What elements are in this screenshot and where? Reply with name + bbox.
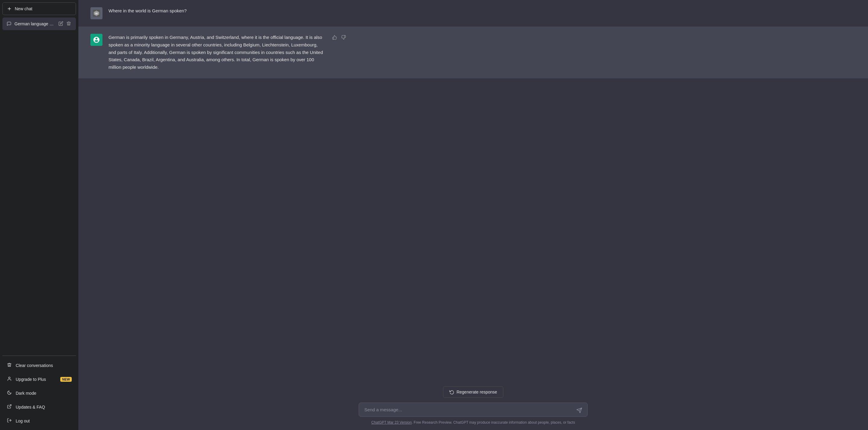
- svg-line-1: [9, 405, 11, 407]
- regenerate-label: Regenerate response: [457, 390, 497, 394]
- disclaimer: ChatGPT Mar 23 Version. Free Research Pr…: [371, 420, 575, 428]
- sidebar: New chat German language worl: [0, 0, 79, 430]
- regenerate-button[interactable]: Regenerate response: [443, 386, 504, 398]
- input-area: Regenerate response ChatGPT Mar 23 Versi…: [79, 381, 868, 430]
- thumbs-down-button[interactable]: [341, 34, 347, 41]
- updates-faq-button[interactable]: Updates & FAQ: [2, 400, 76, 414]
- chat-list: German language worl: [2, 18, 76, 352]
- clear-conversations-label: Clear conversations: [16, 363, 53, 368]
- logout-icon: [7, 418, 12, 424]
- chat-item-label: German language worl: [14, 21, 55, 26]
- user-icon: [7, 376, 12, 382]
- svg-rect-4: [95, 13, 98, 15]
- chat-item[interactable]: German language worl: [2, 18, 76, 30]
- updates-faq-label: Updates & FAQ: [16, 405, 45, 409]
- assistant-message-row: German is primarily spoken in Germany, A…: [79, 27, 868, 78]
- dark-mode-button[interactable]: Dark mode: [2, 386, 76, 400]
- assistant-message-content: German is primarily spoken in Germany, A…: [108, 34, 326, 71]
- new-chat-button[interactable]: New chat: [2, 2, 76, 15]
- sidebar-divider: [2, 355, 76, 356]
- messages-area: Where in the world is German spoken? Ger…: [79, 0, 868, 381]
- upgrade-to-plus-label: Upgrade to Plus: [16, 377, 46, 382]
- message-actions: [332, 34, 347, 71]
- disclaimer-text: . Free Research Preview. ChatGPT may pro…: [412, 420, 575, 425]
- moon-icon: [7, 390, 12, 396]
- chat-icon: [7, 21, 11, 26]
- clear-conversations-button[interactable]: Clear conversations: [2, 359, 76, 372]
- log-out-label: Log out: [16, 419, 30, 423]
- pencil-icon: [59, 21, 63, 26]
- trash-icon: [66, 21, 71, 26]
- regenerate-icon: [450, 390, 454, 394]
- send-icon: [576, 407, 582, 413]
- log-out-button[interactable]: Log out: [2, 414, 76, 428]
- user-avatar: [90, 7, 102, 19]
- trash-icon: [7, 363, 12, 369]
- main-content: Where in the world is German spoken? Ger…: [79, 0, 868, 430]
- edit-chat-button[interactable]: [58, 21, 64, 27]
- new-chat-label: New chat: [15, 6, 32, 11]
- version-link[interactable]: ChatGPT Mar 23 Version: [371, 420, 412, 425]
- chat-item-actions: [58, 21, 72, 27]
- assistant-avatar: [90, 34, 102, 46]
- plus-icon: [7, 6, 12, 11]
- upgrade-to-plus-button[interactable]: Upgrade to Plus NEW: [2, 373, 76, 386]
- thumbs-up-button[interactable]: [332, 34, 338, 41]
- send-button[interactable]: [575, 406, 584, 414]
- user-message-row: Where in the world is German spoken?: [79, 0, 868, 27]
- sidebar-bottom: Clear conversations Upgrade to Plus NEW …: [2, 359, 76, 428]
- svg-point-0: [8, 377, 10, 378]
- user-message-content: Where in the world is German spoken?: [108, 7, 326, 19]
- input-wrapper: [359, 403, 588, 418]
- new-badge: NEW: [60, 377, 72, 382]
- external-link-icon: [7, 404, 12, 410]
- delete-chat-button[interactable]: [66, 21, 72, 27]
- message-input[interactable]: [359, 403, 588, 417]
- dark-mode-label: Dark mode: [16, 391, 36, 396]
